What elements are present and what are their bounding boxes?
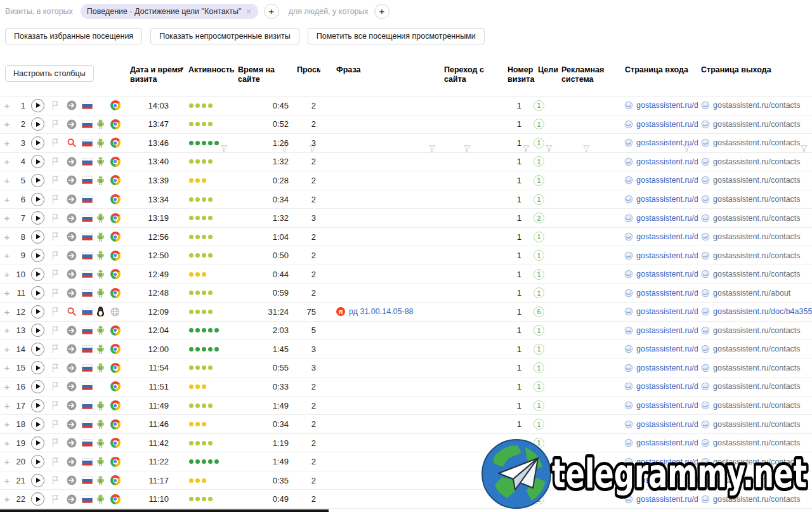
- goals-badge[interactable]: 1: [534, 156, 544, 167]
- favorite-flag-icon[interactable]: [51, 345, 59, 353]
- entry-page-link[interactable]: gostassistent.ru/doc…: [636, 326, 698, 335]
- play-visit-button[interactable]: [31, 155, 44, 168]
- expand-row-icon[interactable]: +: [0, 471, 14, 490]
- favorite-flag-icon[interactable]: [51, 326, 59, 335]
- expand-row-icon[interactable]: +: [0, 96, 14, 115]
- entry-page-link[interactable]: gostassistent.ru/doc…: [636, 364, 698, 372]
- configure-columns-button[interactable]: Настроить столбцы: [5, 65, 94, 82]
- goals-badge[interactable]: 1: [534, 250, 544, 261]
- table-row[interactable]: + 9 12:50 0:50 2 1 1 gostassistent.ru/do…: [0, 246, 812, 265]
- entry-page-link[interactable]: gostassistent.ru/doc…: [636, 214, 698, 223]
- entry-page-link[interactable]: gostassistent.ru/doc…: [636, 251, 698, 260]
- expand-row-icon[interactable]: +: [0, 303, 14, 321]
- expand-row-icon[interactable]: +: [0, 228, 14, 246]
- table-row[interactable]: + 7 13:19 1:32 3 1 2 gostassistent.ru/do…: [0, 209, 812, 228]
- expand-row-icon[interactable]: +: [0, 190, 14, 209]
- sort-desc-icon[interactable]: ▼: [180, 66, 185, 72]
- expand-row-icon[interactable]: +: [0, 265, 14, 284]
- entry-page-link[interactable]: gostassistent.ru/doc…: [636, 457, 698, 466]
- expand-row-icon[interactable]: +: [0, 397, 14, 415]
- goals-badge[interactable]: 1: [534, 456, 544, 467]
- table-row[interactable]: + 15 11:54 0:55 3 1 1 gostassistent.ru/d…: [0, 359, 812, 378]
- table-row[interactable]: + 10 12:49 0:44 2 1 1 gostassistent.ru/d…: [0, 265, 812, 284]
- expand-row-icon[interactable]: +: [0, 377, 14, 396]
- expand-row-icon[interactable]: +: [0, 115, 14, 134]
- table-row[interactable]: + 18 11:46 0:34 2 1 1 gostassistent.ru/d…: [0, 415, 812, 434]
- table-row[interactable]: + 3 13:46 1:26 3 1 1 gostassistent.ru/do…: [0, 134, 812, 153]
- search-phrase-cell[interactable]: Ярд 31.00.14.05-88: [320, 303, 441, 321]
- entry-page-link[interactable]: gostassistent.ru/doc…: [636, 176, 698, 185]
- expand-row-icon[interactable]: +: [0, 284, 14, 302]
- favorite-flag-icon[interactable]: [51, 157, 59, 166]
- goals-badge[interactable]: 1: [534, 344, 544, 355]
- goals-badge[interactable]: 6: [534, 306, 544, 317]
- play-visit-button[interactable]: [31, 437, 44, 450]
- col-header-entry-page[interactable]: Страница входа: [625, 65, 688, 75]
- entry-page-link[interactable]: gostassistent.ru/doc…: [636, 382, 698, 391]
- expand-row-icon[interactable]: +: [0, 434, 14, 452]
- goals-badge[interactable]: 1: [534, 269, 544, 280]
- expand-row-icon[interactable]: +: [0, 415, 14, 433]
- chip-close-icon[interactable]: ✕: [246, 8, 251, 16]
- play-visit-button[interactable]: [31, 417, 44, 431]
- play-visit-button[interactable]: [31, 174, 44, 187]
- play-visit-button[interactable]: [31, 99, 44, 112]
- table-row[interactable]: + 5 13:39 0:28 2 1 1 gostassistent.ru/do…: [0, 171, 812, 190]
- goals-badge[interactable]: 1: [534, 438, 544, 449]
- table-row[interactable]: + 17 11:49 1:49 2 1 1 gostassistent.ru/d…: [0, 397, 812, 416]
- play-visit-button[interactable]: [31, 380, 44, 393]
- goals-badge[interactable]: 1: [534, 381, 544, 392]
- entry-page-link[interactable]: gostassistent.ru/doc…: [636, 345, 698, 353]
- col-header-activity[interactable]: Активность: [188, 65, 235, 75]
- favorite-flag-icon[interactable]: [51, 195, 59, 204]
- play-visit-button[interactable]: [31, 343, 44, 356]
- entry-page-link[interactable]: gostassistent.ru/doc…: [636, 157, 698, 166]
- goals-badge[interactable]: 1: [534, 175, 544, 186]
- entry-page-link[interactable]: gostassistent.ru/doc…: [636, 195, 698, 204]
- favorite-flag-icon[interactable]: [51, 476, 59, 485]
- add-visit-filter-button[interactable]: +: [264, 4, 279, 19]
- goals-badge[interactable]: 1: [534, 287, 544, 298]
- expand-row-icon[interactable]: +: [0, 171, 14, 190]
- entry-page-link[interactable]: gostassistent.ru/doc…: [636, 101, 698, 110]
- table-row[interactable]: + 22 11:10 0:49 2 1 1 gostassistent.ru/d…: [0, 490, 812, 509]
- entry-page-link[interactable]: gostassistent.ru/doc…: [636, 307, 698, 316]
- add-people-filter-button[interactable]: +: [374, 4, 390, 19]
- play-visit-button[interactable]: [31, 286, 44, 299]
- col-header-exit-page[interactable]: Страница выхода: [701, 65, 771, 75]
- entry-page-link[interactable]: gostassistent.ru/doc…: [636, 401, 698, 410]
- entry-page-link[interactable]: gostassistent.ru/doc…: [636, 138, 698, 147]
- expand-row-icon[interactable]: +: [0, 359, 14, 377]
- expand-row-icon[interactable]: +: [0, 246, 14, 265]
- play-visit-button[interactable]: [31, 361, 44, 374]
- goals-badge[interactable]: 2: [534, 213, 544, 223]
- expand-row-icon[interactable]: +: [0, 134, 14, 152]
- entry-page-link[interactable]: gostassistent.ru/doc…: [636, 232, 698, 241]
- expand-row-icon[interactable]: +: [0, 340, 14, 358]
- expand-row-icon[interactable]: +: [0, 209, 14, 227]
- expand-row-icon[interactable]: +: [0, 153, 14, 171]
- table-row[interactable]: + 12 12:09 31:24 75 Ярд 31.00.14.05-88 1…: [0, 303, 812, 322]
- col-header-views[interactable]: Просмотры: [297, 65, 320, 75]
- play-visit-button[interactable]: [31, 211, 44, 225]
- entry-page-link[interactable]: gostassistent.ru/doc…: [636, 270, 698, 279]
- table-row[interactable]: + 8 12:56 1:04 2 1 1 gostassistent.ru/do…: [0, 228, 812, 247]
- favorite-flag-icon[interactable]: [51, 214, 59, 223]
- goals-badge[interactable]: 1: [534, 475, 544, 486]
- expand-row-icon[interactable]: +: [0, 490, 14, 508]
- favorite-flag-icon[interactable]: [51, 120, 59, 129]
- favorite-flag-icon[interactable]: [51, 420, 59, 429]
- goals-badge[interactable]: 1: [534, 194, 544, 205]
- table-row[interactable]: + 11 12:48 0:59 2 1 1 gostassistent.ru/d…: [0, 284, 812, 303]
- table-row[interactable]: + 20 11:22 1:49 2 1 1 gostassistent.ru/d…: [0, 452, 812, 471]
- goals-badge[interactable]: 1: [534, 400, 544, 411]
- goals-badge[interactable]: 1: [534, 138, 544, 148]
- favorite-flag-icon[interactable]: [51, 270, 59, 279]
- favorite-flag-icon[interactable]: [51, 307, 59, 316]
- goal-filter-chip[interactable]: Поведение · Достижение цели "Контакты" ✕: [81, 4, 258, 19]
- play-visit-button[interactable]: [31, 117, 44, 131]
- table-row[interactable]: + 13 12:04 2:03 5 1 1 gostassistent.ru/d…: [0, 322, 812, 341]
- play-visit-button[interactable]: [31, 492, 44, 506]
- favorite-flag-icon[interactable]: [51, 232, 59, 241]
- table-row[interactable]: + 1 14:03 0:45 2 1 1 gostassistent.ru/do…: [0, 96, 812, 115]
